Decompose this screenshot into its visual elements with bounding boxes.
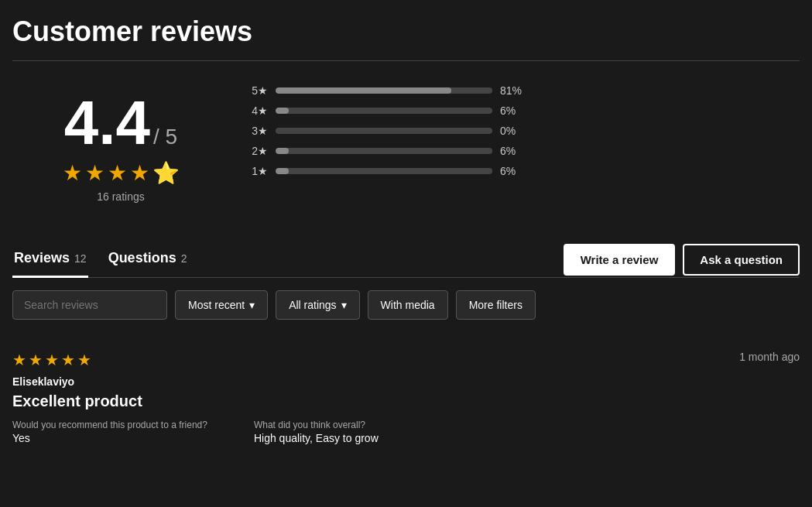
review-star-4: ★ — [61, 351, 75, 369]
bar-row-3: 3★0% — [245, 125, 784, 137]
bar-fill-4 — [276, 148, 289, 154]
review-star-5: ★ — [77, 351, 91, 369]
media-filter-button[interactable]: With media — [368, 290, 448, 320]
chevron-down-icon: ▾ — [249, 299, 255, 311]
star-3: ★ — [108, 160, 127, 186]
bar-label-5: 1★ — [245, 165, 268, 177]
review-card: ★ ★ ★ ★ ★ 1 month ago Eliseklaviyo Excel… — [12, 338, 800, 457]
write-review-button[interactable]: Write a review — [564, 244, 676, 276]
review-answer-1: Yes — [12, 432, 207, 444]
review-questions: Would you recommend this product to a fr… — [12, 420, 800, 444]
rating-left: 4.4 / 5 ★ ★ ★ ★ ⭐ 16 ratings — [12, 77, 229, 218]
star-1: ★ — [63, 160, 82, 186]
ratings-count: 16 ratings — [97, 190, 144, 203]
tab-reviews-label: Reviews — [14, 250, 70, 266]
rating-bars: 5★81%4★6%3★0%2★6%1★6% — [229, 77, 800, 193]
bar-label-4: 2★ — [245, 145, 268, 157]
rating-stars: ★ ★ ★ ★ ⭐ — [63, 160, 180, 186]
tab-reviews-count: 12 — [74, 252, 87, 265]
review-date: 1 month ago — [739, 351, 800, 363]
reviewer-name: Eliseklaviyo — [12, 375, 800, 388]
ask-question-button[interactable]: Ask a question — [683, 244, 800, 276]
review-header: ★ ★ ★ ★ ★ 1 month ago — [12, 351, 800, 369]
bar-row-5: 1★6% — [245, 165, 784, 177]
star-2: ★ — [85, 160, 104, 186]
bar-pct-3: 0% — [500, 125, 527, 137]
tabs-row: Reviews 12 Questions 2 Write a review As… — [12, 242, 800, 278]
tab-questions-count: 2 — [181, 252, 187, 265]
ratings-filter-button[interactable]: All ratings ▾ — [276, 290, 359, 320]
filters-row: Most recent ▾ All ratings ▾ With media M… — [12, 290, 800, 320]
rating-denom: / 5 — [153, 125, 177, 149]
tab-reviews[interactable]: Reviews 12 — [12, 242, 88, 278]
bar-track-1 — [276, 87, 492, 94]
rating-number-row: 4.4 / 5 — [64, 92, 177, 154]
rating-summary: 4.4 / 5 ★ ★ ★ ★ ⭐ 16 ratings 5★81%4★6%3★… — [12, 77, 800, 218]
bar-track-5 — [276, 168, 492, 174]
bar-pct-2: 6% — [500, 104, 527, 117]
bar-label-3: 3★ — [245, 125, 268, 137]
review-question-1: Would you recommend this product to a fr… — [12, 420, 207, 430]
bar-fill-5 — [276, 168, 289, 174]
tabs-left: Reviews 12 Questions 2 — [12, 242, 188, 277]
bar-track-4 — [276, 148, 492, 154]
more-filters-button[interactable]: More filters — [456, 290, 536, 320]
bar-row-2: 4★6% — [245, 104, 784, 117]
bar-row-1: 5★81% — [245, 84, 784, 97]
title-divider — [12, 60, 800, 61]
search-input[interactable] — [12, 290, 167, 320]
more-filters-label: More filters — [469, 299, 522, 311]
review-question-2: What did you think overall? — [254, 420, 379, 430]
review-q-block-1: Would you recommend this product to a fr… — [12, 420, 207, 444]
bar-pct-4: 6% — [500, 145, 527, 157]
sort-filter-button[interactable]: Most recent ▾ — [175, 290, 268, 320]
chevron-down-icon-ratings: ▾ — [341, 299, 347, 311]
review-star-3: ★ — [45, 351, 59, 369]
ratings-filter-label: All ratings — [289, 299, 336, 311]
bar-fill-2 — [276, 108, 289, 114]
star-4: ★ — [130, 160, 149, 186]
page-title: Customer reviews — [12, 15, 800, 48]
bar-pct-5: 6% — [500, 165, 527, 177]
tabs-right: Write a review Ask a question — [564, 244, 800, 276]
review-star-1: ★ — [12, 351, 26, 369]
sort-filter-label: Most recent — [188, 299, 245, 311]
review-stars: ★ ★ ★ ★ ★ — [12, 351, 91, 369]
tab-questions[interactable]: Questions 2 — [107, 242, 189, 278]
review-answer-2: High quality, Easy to grow — [254, 432, 379, 444]
star-5-half: ⭐ — [152, 160, 180, 186]
rating-score: 4.4 — [64, 92, 150, 154]
review-title: Excellent product — [12, 392, 800, 410]
review-q-block-2: What did you think overall? High quality… — [254, 420, 379, 444]
bar-pct-1: 81% — [500, 84, 527, 97]
bar-track-3 — [276, 128, 492, 134]
tab-questions-label: Questions — [108, 250, 176, 266]
review-star-2: ★ — [29, 351, 43, 369]
bar-row-4: 2★6% — [245, 145, 784, 157]
bar-label-2: 4★ — [245, 104, 268, 117]
media-filter-label: With media — [381, 299, 435, 311]
bar-label-1: 5★ — [245, 84, 268, 97]
bar-track-2 — [276, 108, 492, 114]
bar-fill-1 — [276, 87, 451, 94]
